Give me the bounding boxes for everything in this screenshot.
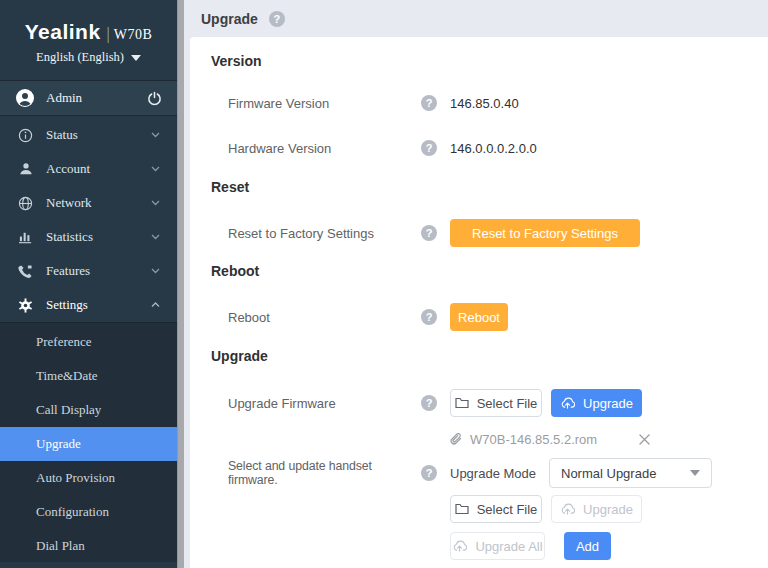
sidebar-item-label: Settings	[46, 297, 88, 313]
brand-model: W70B	[114, 27, 153, 42]
submenu-item-call-display[interactable]: Call Display	[0, 393, 177, 427]
vertical-scrollbar[interactable]	[177, 0, 184, 568]
cloud-upload-icon	[452, 540, 467, 552]
bar-chart-icon	[17, 230, 34, 244]
upgrade-mode-value: Normal Upgrade	[561, 466, 656, 481]
remove-file-icon[interactable]	[639, 434, 650, 445]
sidebar-item-label: Statistics	[46, 229, 93, 245]
handset-upgrade-button-disabled[interactable]: Upgrade	[551, 495, 642, 523]
avatar-icon	[15, 88, 35, 108]
reset-to-factory-button[interactable]: Reset to Factory Settings	[450, 219, 640, 247]
language-label: English (English)	[36, 50, 124, 64]
reset-help-icon[interactable]: ?	[421, 225, 437, 241]
section-heading-version: Version	[211, 53, 768, 69]
reset-label: Reset to Factory Settings	[228, 226, 421, 241]
upgrade-mode-label: Upgrade Mode	[450, 466, 536, 481]
globe-icon	[17, 196, 34, 211]
select-file-button[interactable]: Select File	[450, 389, 542, 417]
submenu-item-configuration[interactable]: Configuration	[0, 495, 177, 529]
sidebar-item-settings[interactable]: Settings	[0, 288, 177, 322]
submenu-item-dial-plan[interactable]: Dial Plan	[0, 529, 177, 563]
chevron-down-icon	[151, 234, 160, 240]
add-button[interactable]: Add	[564, 532, 611, 560]
sidebar-item-label: Network	[46, 195, 92, 211]
admin-username: Admin	[46, 90, 82, 106]
upgrade-firmware-label: Upgrade Firmware	[228, 396, 421, 411]
sidebar-item-statistics[interactable]: Statistics	[0, 220, 177, 254]
submenu-item-time-date[interactable]: Time&Date	[0, 359, 177, 393]
sidebar-menu: Status Account Network	[0, 116, 177, 322]
brand-name: Yealink	[25, 20, 101, 43]
chevron-down-icon	[151, 200, 160, 206]
upgrade-all-button-disabled[interactable]: Upgrade All	[450, 532, 545, 560]
settings-submenu: Preference Time&Date Call Display Upgrad…	[0, 322, 177, 562]
chevron-up-icon	[151, 302, 160, 308]
submenu-item-upgrade[interactable]: Upgrade	[0, 427, 177, 461]
brand-logo[interactable]: Yealink|W70B	[0, 0, 177, 46]
main-content: Upgrade ? Version Firmware Version ? 146…	[184, 0, 768, 568]
sidebar-item-account[interactable]: Account	[0, 152, 177, 186]
chevron-down-icon	[151, 132, 160, 138]
page-help-icon[interactable]: ?	[269, 11, 285, 27]
handset-firmware-row: Select and update handset firmware. ? Up…	[228, 459, 768, 487]
reboot-button[interactable]: Reboot	[450, 303, 508, 331]
handset-help-icon[interactable]: ?	[421, 465, 437, 481]
sidebar-item-features[interactable]: Features	[0, 254, 177, 288]
selected-file-name: W70B-146.85.5.2.rom	[470, 432, 597, 447]
caret-down-icon	[131, 55, 141, 61]
section-heading-upgrade: Upgrade	[211, 348, 768, 364]
handset-select-file-button[interactable]: Select File	[450, 495, 542, 523]
folder-icon	[455, 397, 469, 409]
reset-row: Reset to Factory Settings ? Reset to Fac…	[228, 219, 768, 247]
logout-power-icon[interactable]	[147, 91, 162, 106]
reboot-help-icon[interactable]: ?	[421, 309, 437, 325]
hardware-version-value: 146.0.0.0.2.0.0	[450, 141, 537, 156]
chevron-down-icon	[151, 166, 160, 172]
submenu-item-preference[interactable]: Preference	[0, 325, 177, 359]
user-icon	[17, 162, 34, 176]
firmware-version-value: 146.85.0.40	[450, 96, 519, 111]
caret-down-icon	[690, 470, 700, 476]
folder-icon	[455, 503, 469, 515]
paperclip-icon	[450, 433, 462, 446]
sidebar: Yealink|W70B English (English) Admin Sta…	[0, 0, 177, 568]
sidebar-item-label: Account	[46, 161, 90, 177]
page-header: Upgrade ?	[184, 0, 768, 37]
upgrade-card: Version Firmware Version ? 146.85.0.40 H…	[190, 37, 768, 568]
reboot-row: Reboot ? Reboot	[228, 303, 768, 331]
sidebar-item-network[interactable]: Network	[0, 186, 177, 220]
hardware-version-row: Hardware Version ? 146.0.0.0.2.0.0	[228, 134, 768, 162]
handset-firmware-label: Select and update handset firmware.	[228, 459, 421, 487]
submenu-item-auto-provision[interactable]: Auto Provision	[0, 461, 177, 495]
section-heading-reboot: Reboot	[211, 263, 768, 279]
selected-file-row: W70B-146.85.5.2.rom	[228, 430, 768, 448]
cloud-upload-icon	[560, 397, 575, 409]
upgrade-firmware-row: Upgrade Firmware ? Select File Upgrade	[228, 389, 768, 417]
upgrade-firmware-help-icon[interactable]: ?	[421, 395, 437, 411]
handset-select-file-row: Select File Upgrade	[228, 495, 768, 523]
phone-icon	[17, 264, 34, 279]
upgrade-button[interactable]: Upgrade	[551, 389, 642, 417]
hardware-version-label: Hardware Version	[228, 141, 421, 156]
gear-icon	[17, 298, 34, 313]
upgrade-all-row: Upgrade All Add	[228, 532, 768, 560]
admin-bar: Admin	[0, 80, 177, 116]
hardware-help-icon[interactable]: ?	[421, 140, 437, 156]
brand-separator: |	[107, 25, 110, 42]
upgrade-mode-select[interactable]: Normal Upgrade	[549, 458, 712, 488]
chevron-down-icon	[151, 268, 160, 274]
cloud-upload-icon	[560, 503, 575, 515]
language-selector[interactable]: English (English)	[0, 46, 177, 68]
section-heading-reset: Reset	[211, 179, 768, 195]
sidebar-item-status[interactable]: Status	[0, 118, 177, 152]
firmware-version-label: Firmware Version	[228, 96, 421, 111]
firmware-version-row: Firmware Version ? 146.85.0.40	[228, 89, 768, 117]
reboot-label: Reboot	[228, 310, 421, 325]
firmware-help-icon[interactable]: ?	[421, 95, 437, 111]
sidebar-item-label: Features	[46, 263, 90, 279]
page-title: Upgrade	[201, 11, 258, 27]
info-icon	[17, 128, 34, 143]
sidebar-item-label: Status	[46, 127, 78, 143]
